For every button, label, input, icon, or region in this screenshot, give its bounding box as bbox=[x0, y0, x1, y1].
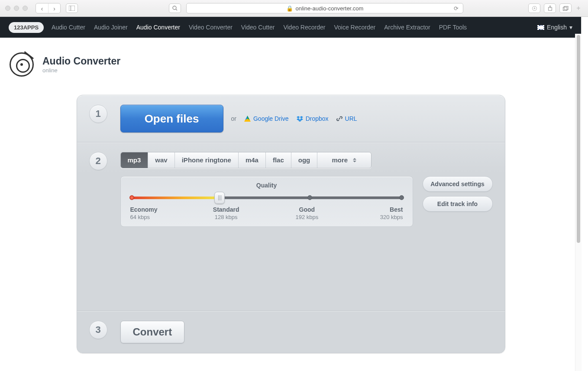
menu-audio-joiner[interactable]: Audio Joiner bbox=[94, 24, 128, 31]
convert-button[interactable]: Convert bbox=[120, 321, 185, 343]
minimize-window[interactable] bbox=[14, 6, 19, 11]
quality-ticks: Economy64 kbps Standard128 kbps Good192 … bbox=[130, 206, 403, 220]
zoom-window[interactable] bbox=[23, 6, 28, 11]
chevron-down-icon: ▾ bbox=[569, 24, 572, 31]
sort-icon bbox=[353, 158, 356, 162]
format-more[interactable]: more bbox=[317, 152, 371, 168]
converter-card: 1 Open files or Google Drive Dropbox URL… bbox=[77, 95, 505, 353]
format-m4a[interactable]: m4a bbox=[238, 152, 265, 168]
or-label: or bbox=[231, 115, 236, 122]
tick-economy: Economy64 kbps bbox=[130, 206, 161, 220]
menu-audio-cutter[interactable]: Audio Cutter bbox=[52, 24, 85, 31]
quality-panel: Quality Economy64 kbps Standard128 kbps bbox=[120, 176, 413, 227]
format-tabs: mp3 wav iPhone ringtone m4a flac ogg mor… bbox=[120, 152, 372, 168]
language-selector[interactable]: English ▾ bbox=[537, 24, 572, 31]
open-files-button[interactable]: Open files bbox=[120, 105, 223, 132]
address-text: online-audio-converter.com bbox=[296, 5, 364, 12]
edit-track-info-button[interactable]: Edit track info bbox=[423, 196, 493, 212]
window-controls bbox=[5, 6, 28, 11]
browser-right-buttons bbox=[528, 3, 572, 13]
nav-arrows: ‹ › bbox=[36, 3, 61, 13]
downloads-button[interactable] bbox=[528, 3, 540, 13]
tick-standard: Standard128 kbps bbox=[211, 206, 241, 220]
format-mp3[interactable]: mp3 bbox=[121, 152, 148, 168]
language-label: English bbox=[547, 24, 567, 31]
new-tab-button[interactable]: + bbox=[574, 3, 583, 13]
google-drive-label: Google Drive bbox=[253, 115, 289, 122]
page-subtitle: online bbox=[42, 67, 120, 74]
step-1-badge: 1 bbox=[89, 105, 107, 123]
page-title-block: Audio Converter online bbox=[0, 38, 582, 77]
menu-audio-converter[interactable]: Audio Converter bbox=[136, 24, 180, 31]
browser-chrome: ‹ › 🔒 online-audio-converter.com ⟳ + bbox=[0, 0, 588, 17]
link-icon bbox=[336, 116, 342, 122]
svg-line-3 bbox=[176, 9, 177, 10]
slider-stop-1 bbox=[129, 195, 134, 200]
page-title: Audio Converter bbox=[42, 55, 120, 67]
tick-good: Good192 kbps bbox=[292, 206, 322, 220]
brand-pill[interactable]: 123APPS bbox=[9, 22, 44, 33]
tabs-icon bbox=[563, 6, 569, 11]
menu-pdf-tools[interactable]: PDF Tools bbox=[439, 24, 467, 31]
step-3-badge: 3 bbox=[89, 321, 107, 339]
format-iphone-ringtone[interactable]: iPhone ringtone bbox=[174, 152, 238, 168]
step-2: 2 mp3 wav iPhone ringtone m4a flac ogg m… bbox=[77, 142, 505, 311]
forward-button[interactable]: › bbox=[48, 3, 60, 13]
quality-title: Quality bbox=[130, 182, 403, 189]
tabs-button[interactable] bbox=[559, 3, 572, 13]
address-bar[interactable]: 🔒 online-audio-converter.com ⟳ bbox=[186, 3, 463, 13]
svg-rect-7 bbox=[564, 6, 568, 10]
menu-video-recorder[interactable]: Video Recorder bbox=[283, 24, 325, 31]
url-label: URL bbox=[345, 115, 357, 122]
slider-stop-4 bbox=[399, 195, 404, 200]
menu-video-cutter[interactable]: Video Cutter bbox=[241, 24, 275, 31]
main-menu: Audio Cutter Audio Joiner Audio Converte… bbox=[52, 24, 467, 31]
dropbox-label: Dropbox bbox=[306, 115, 329, 122]
menu-voice-recorder[interactable]: Voice Recorder bbox=[334, 24, 375, 31]
sidebar-toggle[interactable] bbox=[66, 3, 78, 13]
format-wav[interactable]: wav bbox=[148, 152, 174, 168]
step-2-badge: 2 bbox=[89, 152, 107, 170]
close-window[interactable] bbox=[5, 6, 10, 11]
search-button[interactable] bbox=[169, 3, 181, 13]
format-flac[interactable]: flac bbox=[265, 152, 291, 168]
slider-fill bbox=[130, 197, 220, 199]
svg-point-2 bbox=[173, 6, 176, 10]
search-icon bbox=[172, 6, 178, 11]
format-ogg[interactable]: ogg bbox=[291, 152, 317, 168]
site-header: 123APPS Audio Cutter Audio Joiner Audio … bbox=[0, 17, 582, 38]
format-more-label: more bbox=[332, 152, 348, 168]
back-button[interactable]: ‹ bbox=[36, 3, 48, 13]
svg-rect-6 bbox=[563, 7, 567, 10]
share-button[interactable] bbox=[544, 3, 556, 13]
menu-video-converter[interactable]: Video Converter bbox=[189, 24, 233, 31]
advanced-settings-button[interactable]: Advanced settings bbox=[423, 176, 493, 192]
step-3: 3 Convert bbox=[77, 311, 505, 353]
download-icon bbox=[532, 6, 537, 11]
sidebar-icon bbox=[69, 6, 75, 11]
share-icon bbox=[548, 6, 552, 11]
slider-thumb[interactable] bbox=[214, 192, 225, 204]
tick-best: Best320 kbps bbox=[372, 206, 403, 220]
quality-slider[interactable] bbox=[130, 193, 403, 202]
menu-archive-extractor[interactable]: Archive Extractor bbox=[384, 24, 430, 31]
google-drive-link[interactable]: Google Drive bbox=[244, 115, 289, 122]
dropbox-icon bbox=[297, 116, 303, 122]
step-1: 1 Open files or Google Drive Dropbox URL bbox=[77, 95, 505, 142]
flag-icon bbox=[537, 25, 544, 30]
lock-icon: 🔒 bbox=[286, 5, 293, 12]
dropbox-link[interactable]: Dropbox bbox=[297, 115, 329, 122]
scrollbar-thumb[interactable] bbox=[577, 35, 580, 243]
vertical-scrollbar[interactable] bbox=[575, 34, 582, 371]
reload-icon[interactable]: ⟳ bbox=[454, 5, 459, 12]
google-drive-icon bbox=[244, 116, 251, 122]
svg-rect-0 bbox=[69, 6, 75, 11]
slider-stop-3 bbox=[307, 195, 312, 200]
url-link[interactable]: URL bbox=[336, 115, 357, 122]
disc-logo-icon bbox=[10, 52, 34, 77]
